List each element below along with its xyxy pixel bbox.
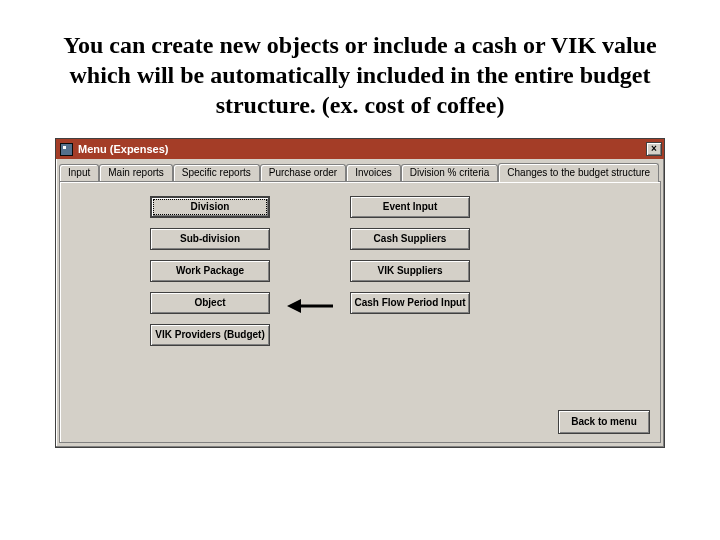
cash-suppliers-button[interactable]: Cash Suppliers xyxy=(350,228,470,250)
arrow-icon xyxy=(287,298,333,314)
tab-specific-reports[interactable]: Specific reports xyxy=(173,164,260,181)
window-title: Menu (Expenses) xyxy=(78,143,646,155)
tab-main-reports[interactable]: Main reports xyxy=(99,164,173,181)
tab-invoices[interactable]: Invoices xyxy=(346,164,401,181)
sub-division-button[interactable]: Sub-division xyxy=(150,228,270,250)
tab-input[interactable]: Input xyxy=(59,164,99,181)
close-button[interactable]: × xyxy=(646,142,662,156)
svg-marker-1 xyxy=(287,299,301,313)
back-to-menu-button[interactable]: Back to menu xyxy=(558,410,650,434)
tab-purchase-order[interactable]: Purchase order xyxy=(260,164,346,181)
cash-flow-period-button[interactable]: Cash Flow Period Input xyxy=(350,292,470,314)
tab-changes-budget-structure[interactable]: Changes to the budget structure xyxy=(498,163,659,182)
expenses-window: Menu (Expenses) × Input Main reports Spe… xyxy=(55,138,665,448)
tab-panel: Division Sub-division Work Package Objec… xyxy=(59,181,661,443)
work-package-button[interactable]: Work Package xyxy=(150,260,270,282)
division-button[interactable]: Division xyxy=(150,196,270,218)
slide-heading: You can create new objects or include a … xyxy=(55,30,665,120)
vik-suppliers-button[interactable]: VIK Suppliers xyxy=(350,260,470,282)
event-input-button[interactable]: Event Input xyxy=(350,196,470,218)
titlebar: Menu (Expenses) × xyxy=(56,139,664,159)
tab-division-criteria[interactable]: Division % criteria xyxy=(401,164,498,181)
app-icon xyxy=(60,143,73,156)
object-button[interactable]: Object xyxy=(150,292,270,314)
tabstrip: Input Main reports Specific reports Purc… xyxy=(56,159,664,181)
vik-providers-button[interactable]: VIK Providers (Budget) xyxy=(150,324,270,346)
